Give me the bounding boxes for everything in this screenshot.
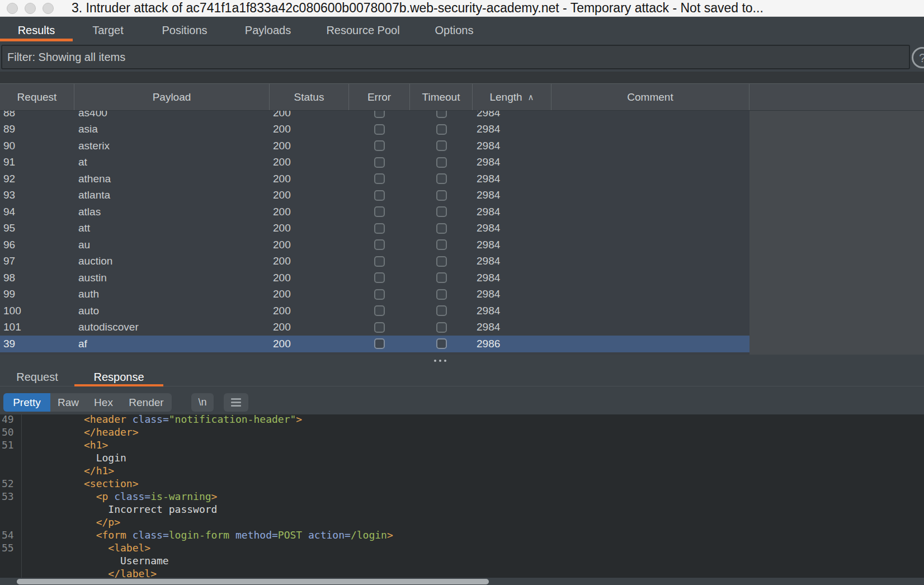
column-header-comment[interactable]: Comment (551, 84, 749, 110)
view-mode-hex[interactable]: Hex (86, 393, 121, 412)
cell-length: 2984 (473, 189, 551, 201)
table-row[interactable]: 100 auto 200 2984 (0, 303, 749, 319)
cell-request: 88 (0, 111, 74, 119)
timeout-checkbox[interactable] (436, 173, 447, 184)
nav-tab-results[interactable]: Results (0, 17, 73, 44)
filter-bar[interactable]: Filter: Showing all items (1, 45, 910, 69)
table-row[interactable]: 99 auth 200 2984 (0, 286, 749, 303)
table-row[interactable]: 98 austin 200 2984 (0, 270, 749, 286)
table-row[interactable]: 93 atlanta 200 2984 (0, 187, 749, 204)
timeout-checkbox[interactable] (436, 124, 447, 135)
timeout-checkbox[interactable] (436, 157, 447, 168)
error-checkbox[interactable] (374, 305, 385, 316)
timeout-checkbox[interactable] (436, 272, 447, 283)
timeout-checkbox[interactable] (436, 111, 447, 118)
cell-length: 2984 (473, 156, 551, 168)
timeout-checkbox[interactable] (436, 206, 447, 217)
title-bar: 3. Intruder attack of ac741f1a1f833a42c0… (0, 0, 924, 17)
table-row[interactable]: 101 autodiscover 200 2984 (0, 319, 749, 336)
table-row[interactable]: 96 au 200 2984 (0, 237, 749, 253)
table-row[interactable]: 92 athena 200 2984 (0, 171, 749, 187)
error-checkbox[interactable] (374, 338, 385, 349)
table-row[interactable]: 89 asia 200 2984 (0, 121, 749, 138)
table-row[interactable]: 88 as400 200 2984 (0, 111, 749, 121)
table-row[interactable]: 94 atlas 200 2984 (0, 204, 749, 220)
timeout-checkbox[interactable] (436, 239, 447, 250)
table-row[interactable]: 91 at 200 2984 (0, 154, 749, 171)
column-header-status[interactable]: Status (270, 84, 349, 110)
cell-payload: au (74, 239, 270, 251)
nav-tab-positions[interactable]: Positions (143, 17, 226, 44)
menu-icon[interactable] (224, 393, 248, 412)
view-mode-render[interactable]: Render (121, 393, 172, 412)
error-checkbox[interactable] (374, 289, 385, 300)
column-header-length[interactable]: Length ∧ (473, 84, 551, 110)
cell-length: 2986 (473, 338, 551, 350)
table-row[interactable]: 90 asterix 200 2984 (0, 138, 749, 154)
cell-status: 200 (270, 288, 349, 300)
line-number: 55 (2, 541, 14, 554)
error-checkbox[interactable] (374, 140, 385, 151)
error-checkbox[interactable] (374, 190, 385, 201)
show-newlines-button[interactable]: \n (191, 393, 214, 412)
message-tab-response[interactable]: Response (74, 368, 163, 386)
error-checkbox[interactable] (374, 124, 385, 135)
table-row[interactable]: 97 auction 200 2984 (0, 253, 749, 270)
timeout-checkbox[interactable] (436, 190, 447, 201)
code-line: 52 <section> (0, 477, 924, 490)
error-checkbox[interactable] (374, 111, 385, 118)
column-header-error[interactable]: Error (349, 84, 410, 110)
error-checkbox[interactable] (374, 322, 385, 333)
error-checkbox[interactable] (374, 157, 385, 168)
view-mode-raw[interactable]: Raw (50, 393, 86, 412)
table-row[interactable]: 95 att 200 2984 (0, 220, 749, 237)
timeout-checkbox[interactable] (436, 338, 447, 349)
timeout-checkbox[interactable] (436, 256, 447, 267)
help-icon[interactable]: ? (912, 47, 924, 68)
nav-tab-payloads[interactable]: Payloads (226, 17, 310, 44)
cell-payload: austin (74, 272, 270, 284)
error-checkbox[interactable] (374, 239, 385, 250)
intruder-tab-bar: ResultsTargetPositionsPayloadsResource P… (0, 17, 924, 44)
horizontal-scrollbar-thumb[interactable] (17, 579, 489, 584)
cell-length: 2984 (473, 222, 551, 234)
close-button[interactable] (7, 3, 18, 14)
view-mode-pretty[interactable]: Pretty (3, 393, 50, 412)
cell-payload: att (74, 222, 270, 234)
message-tab-request[interactable]: Request (0, 368, 74, 386)
zoom-button[interactable] (43, 3, 54, 14)
sort-ascending-icon: ∧ (528, 92, 534, 102)
minimize-button[interactable] (25, 3, 36, 14)
column-header-timeout[interactable]: Timeout (410, 84, 473, 110)
error-checkbox[interactable] (374, 256, 385, 267)
response-code-viewer[interactable]: 49 <header class="notification-header"> … (0, 414, 924, 585)
cell-length: 2984 (473, 288, 551, 300)
cell-length: 2984 (473, 255, 551, 267)
table-row[interactable]: 39 af 200 2986 (0, 336, 749, 352)
timeout-checkbox[interactable] (436, 140, 447, 151)
nav-tab-resource-pool[interactable]: Resource Pool (310, 17, 416, 44)
error-checkbox[interactable] (374, 272, 385, 283)
error-checkbox[interactable] (374, 173, 385, 184)
horizontal-scrollbar[interactable] (0, 578, 924, 585)
filter-band: Filter: Showing all items ? (0, 44, 924, 72)
code-line: 55 <label> (0, 541, 924, 554)
cell-payload: asterix (74, 140, 270, 152)
filter-status-text: Filter: Showing all items (7, 51, 125, 64)
code-line: Incorrect password (0, 503, 924, 516)
cell-payload: as400 (74, 111, 270, 119)
splitter-handle[interactable] (0, 355, 924, 368)
error-checkbox[interactable] (374, 223, 385, 234)
nav-tab-target[interactable]: Target (73, 17, 143, 44)
timeout-checkbox[interactable] (436, 289, 447, 300)
column-header-request[interactable]: Request (0, 84, 74, 110)
cell-status: 200 (270, 206, 349, 218)
timeout-checkbox[interactable] (436, 223, 447, 234)
cell-request: 90 (0, 140, 74, 152)
column-header-payload[interactable]: Payload (74, 84, 270, 110)
nav-tab-options[interactable]: Options (416, 17, 492, 44)
timeout-checkbox[interactable] (436, 305, 447, 316)
error-checkbox[interactable] (374, 206, 385, 217)
timeout-checkbox[interactable] (436, 322, 447, 333)
cell-payload: auth (74, 288, 270, 300)
